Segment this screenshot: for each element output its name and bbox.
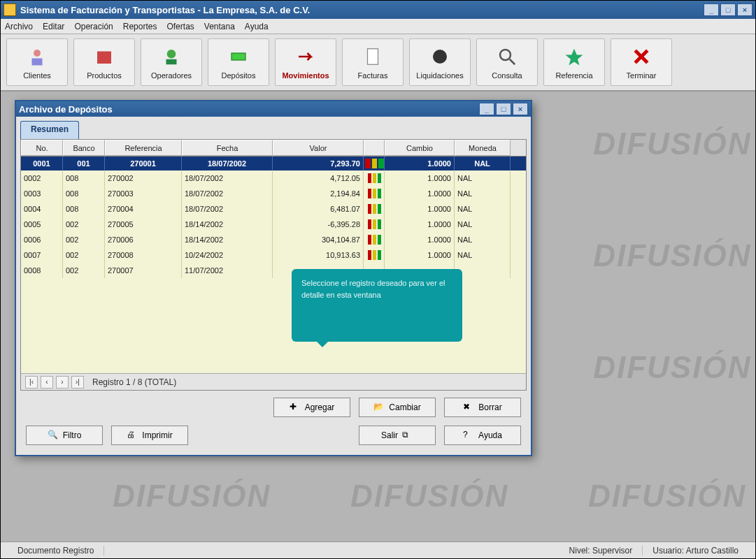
toolbar-productos[interactable]: Productos bbox=[73, 38, 135, 86]
dialog-body: Resumen No. Banco Referencia Fecha Valor… bbox=[16, 117, 531, 455]
dialog-title: Archivo de Depósitos bbox=[19, 104, 113, 115]
menu-ventana[interactable]: Ventana bbox=[204, 22, 235, 31]
menu-editar[interactable]: Editar bbox=[43, 22, 64, 31]
operators-icon bbox=[159, 45, 183, 68]
grid-selected-row[interactable]: 0001 001 270001 18/07/2002 7,293.70 1.00… bbox=[21, 157, 526, 170]
nav-next[interactable]: › bbox=[56, 376, 69, 389]
toolbar-operadores[interactable]: Operadores bbox=[141, 38, 202, 86]
svg-rect-5 bbox=[231, 53, 245, 60]
watermark: DIFUSIÓN bbox=[113, 479, 271, 514]
exit-button[interactable]: Salir⧉ bbox=[359, 426, 436, 445]
table-row[interactable]: 000300827000318/07/20022,194.841.0000NAL bbox=[21, 186, 526, 201]
col-indicator[interactable] bbox=[364, 140, 385, 156]
toolbar-liquidaciones[interactable]: Liquidaciones bbox=[409, 38, 471, 86]
minimize-button[interactable]: _ bbox=[704, 3, 719, 16]
menu-ayuda[interactable]: Ayuda bbox=[245, 22, 269, 31]
nav-text: Registro 1 / 8 (TOTAL) bbox=[92, 377, 176, 387]
tooltip-text: Seleccione el registro deseado para ver … bbox=[301, 279, 445, 299]
status-mid: Nivel: Supervisor bbox=[559, 546, 643, 556]
svg-marker-10 bbox=[566, 49, 583, 66]
watermark: DIFUSIÓN P bbox=[593, 126, 755, 161]
toolbar-movimientos[interactable]: Movimientos bbox=[275, 38, 336, 86]
table-row[interactable]: 000400827000418/07/20026,481.071.0000NAL bbox=[21, 201, 526, 217]
dialog-minimize-button[interactable]: _ bbox=[479, 103, 494, 115]
svg-rect-1 bbox=[32, 59, 43, 66]
toolbar-facturas[interactable]: Facturas bbox=[342, 38, 404, 86]
status-right: Usuario: Arturo Castillo bbox=[643, 546, 748, 556]
door-icon: ⧉ bbox=[402, 430, 413, 441]
nav-last[interactable]: ›| bbox=[71, 376, 84, 389]
col-no[interactable]: No. bbox=[21, 140, 63, 156]
toolbar-consulta[interactable]: Consulta bbox=[476, 38, 538, 86]
app-icon bbox=[3, 3, 16, 16]
menu-reportes[interactable]: Reportes bbox=[123, 22, 157, 31]
exit-icon bbox=[629, 45, 653, 68]
svg-rect-4 bbox=[166, 59, 177, 65]
tab-resumen[interactable]: Resumen bbox=[20, 121, 79, 139]
workspace: DIFUSIÓN P DIFUSIÓN P DIFUSIÓN P DIFUSIÓ… bbox=[1, 92, 755, 542]
trash-icon: ✖ bbox=[463, 402, 474, 413]
liquidations-icon bbox=[428, 45, 452, 68]
dialog-close-button[interactable]: × bbox=[513, 103, 528, 115]
window-controls: _ □ × bbox=[704, 3, 753, 16]
col-cambio[interactable]: Cambio bbox=[385, 140, 455, 156]
delete-button[interactable]: ✖Borrar bbox=[444, 398, 521, 417]
statusbar: Documento Registro Nivel: Supervisor Usu… bbox=[1, 542, 755, 558]
help-button[interactable]: ?Ayuda bbox=[444, 426, 521, 445]
app-title: Sistema de Facturación y Transportistas … bbox=[20, 5, 310, 15]
printer-icon: 🖨 bbox=[127, 430, 138, 441]
close-button[interactable]: × bbox=[737, 3, 753, 16]
col-banco[interactable]: Banco bbox=[63, 140, 105, 156]
svg-point-3 bbox=[167, 50, 176, 59]
col-valor[interactable]: Valor bbox=[273, 140, 364, 156]
toolbar-clientes[interactable]: Clientes bbox=[6, 38, 68, 86]
watermark: DIFUSIÓN bbox=[350, 479, 508, 514]
menu-archivo[interactable]: Archivo bbox=[5, 22, 33, 31]
add-button[interactable]: ✚Agregar bbox=[273, 398, 350, 417]
menu-ofertas[interactable]: Ofertas bbox=[166, 22, 194, 31]
plus-icon: ✚ bbox=[290, 402, 301, 413]
products-icon bbox=[92, 45, 116, 68]
svg-rect-2 bbox=[97, 52, 111, 64]
deposits-dialog: Archivo de Depósitos _ □ × Resumen No. B… bbox=[15, 100, 532, 456]
dialog-maximize-button[interactable]: □ bbox=[496, 103, 511, 115]
query-icon bbox=[495, 45, 519, 68]
tab-strip: Resumen bbox=[20, 121, 527, 139]
col-moneda[interactable]: Moneda bbox=[455, 140, 511, 156]
watermark: DIFUSIÓN P bbox=[593, 350, 755, 385]
filter-button[interactable]: 🔍Filtro bbox=[26, 426, 103, 445]
dialog-footer: 🔍Filtro 🖨Imprimir Salir⧉ ?Ayuda bbox=[20, 420, 527, 451]
invoices-icon bbox=[361, 45, 385, 68]
deposits-icon bbox=[227, 45, 250, 68]
maximize-button[interactable]: □ bbox=[720, 3, 736, 16]
nav-prev[interactable]: ‹ bbox=[41, 376, 53, 389]
svg-point-0 bbox=[34, 50, 41, 57]
svg-line-9 bbox=[510, 59, 515, 65]
table-row[interactable]: 000500227000518/14/2002-6,395.281.0000NA… bbox=[21, 217, 526, 232]
main-titlebar: Sistema de Facturación y Transportistas … bbox=[1, 1, 755, 19]
table-row[interactable]: 000700227000810/24/200210,913.631.0000NA… bbox=[21, 247, 526, 263]
toolbar: Clientes Productos Operadores Depósitos … bbox=[1, 34, 755, 92]
action-button-row: ✚Agregar 📂Cambiar ✖Borrar bbox=[20, 391, 527, 420]
toolbar-terminar[interactable]: Terminar bbox=[611, 38, 672, 86]
nav-first[interactable]: |‹ bbox=[25, 376, 38, 389]
reference-icon bbox=[562, 45, 586, 68]
watermark: DIFUSIÓN P bbox=[593, 238, 755, 273]
menubar: Archivo Editar Operación Reportes Oferta… bbox=[1, 19, 755, 34]
svg-rect-6 bbox=[368, 49, 378, 65]
table-row[interactable]: 000600227000618/14/2002304,104.871.0000N… bbox=[21, 232, 526, 247]
toolbar-referencia[interactable]: Referencia bbox=[543, 38, 605, 86]
table-row[interactable]: 000200827000218/07/20024,712.051.0000NAL bbox=[21, 170, 526, 186]
movements-icon bbox=[294, 45, 318, 68]
print-button[interactable]: 🖨Imprimir bbox=[111, 426, 188, 445]
help-icon: ? bbox=[463, 430, 474, 441]
folder-icon: 📂 bbox=[373, 402, 385, 413]
app-window: Sistema de Facturación y Transportistas … bbox=[0, 0, 756, 559]
menu-operacion[interactable]: Operación bbox=[74, 22, 113, 31]
toolbar-depositos[interactable]: Depósitos bbox=[208, 38, 269, 86]
col-fecha[interactable]: Fecha bbox=[182, 140, 273, 156]
col-referencia[interactable]: Referencia bbox=[105, 140, 182, 156]
edit-button[interactable]: 📂Cambiar bbox=[359, 398, 436, 417]
clients-icon bbox=[25, 45, 49, 68]
filter-icon: 🔍 bbox=[48, 430, 59, 441]
